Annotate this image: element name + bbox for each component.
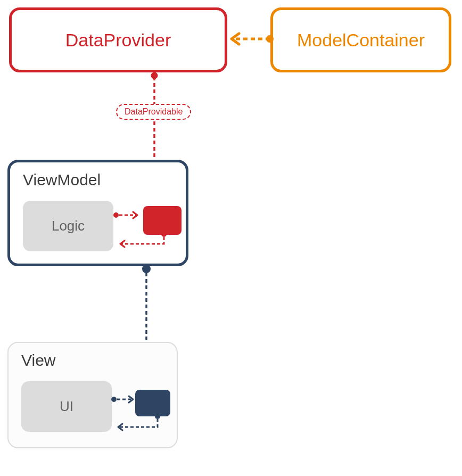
data-provider-label: DataProvider bbox=[65, 30, 171, 51]
data-provider-node: DataProvider bbox=[9, 7, 227, 72]
view-model-node: ViewModel Logic bbox=[7, 160, 188, 266]
view-model-label: ViewModel bbox=[23, 171, 101, 189]
model-container-label: ModelContainer bbox=[297, 30, 425, 51]
view-node: View UI bbox=[7, 342, 178, 448]
view-port bbox=[135, 390, 170, 416]
view-label: View bbox=[21, 351, 55, 370]
data-providable-label: DataProvidable bbox=[125, 107, 183, 117]
model-container-node: ModelContainer bbox=[270, 7, 451, 72]
view-model-port bbox=[143, 206, 182, 235]
ui-box: UI bbox=[21, 381, 112, 432]
edge-modelcontainer-to-dataprovider bbox=[227, 32, 271, 48]
ui-label: UI bbox=[60, 398, 73, 415]
logic-box: Logic bbox=[23, 201, 113, 251]
logic-label: Logic bbox=[52, 218, 85, 234]
data-providable-pill: DataProvidable bbox=[116, 104, 191, 120]
svg-point-3 bbox=[151, 72, 158, 79]
